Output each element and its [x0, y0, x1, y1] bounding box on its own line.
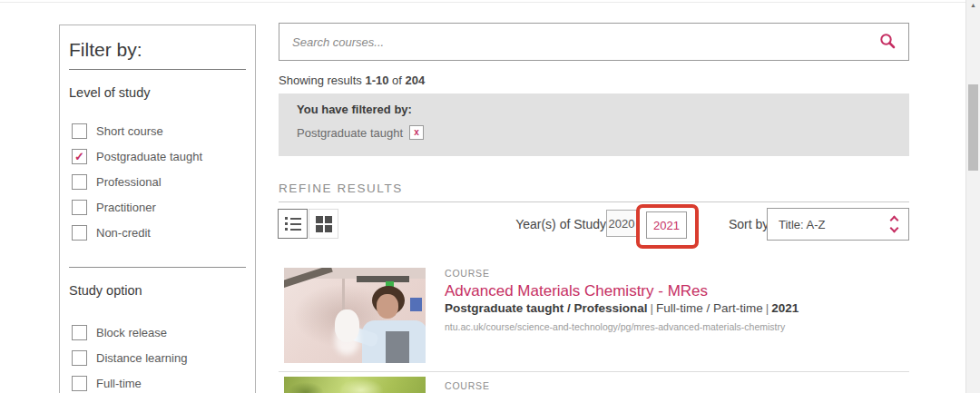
checkbox-practitioner[interactable] — [72, 200, 87, 215]
applied-filter-label: Postgraduate taught — [297, 126, 403, 140]
results-summary: Showing results 1-10 of 204 — [279, 74, 425, 87]
sort-by-value: Title: A-Z — [779, 218, 891, 231]
results-range: 1-10 — [365, 74, 388, 87]
filter-title: Filter by: — [69, 39, 246, 61]
checkbox-row-practitioner[interactable]: Practitioner — [72, 200, 255, 215]
course-card-divider — [279, 371, 909, 372]
checkbox-label: Non-credit — [96, 226, 151, 240]
course-thumbnail-green[interactable] — [284, 377, 426, 393]
course-meta-level: Postgraduate taught / Professional — [445, 301, 648, 315]
meta-separator: | — [648, 301, 657, 315]
meta-separator: | — [763, 301, 772, 315]
checkbox-label: Short course — [96, 124, 163, 138]
filter-sidebar: Filter by: Level of study Short course ✓… — [59, 25, 256, 393]
checkbox-row-full-time[interactable]: Full-time — [72, 376, 255, 391]
year-of-study-label: Year(s) of Study — [513, 217, 606, 231]
year-2021-button[interactable]: 2021 — [646, 211, 687, 239]
remove-filter-button[interactable]: x — [409, 125, 424, 140]
results-total: 204 — [406, 74, 426, 87]
filter-title-divider — [69, 69, 246, 70]
checkbox-non-credit[interactable] — [72, 225, 87, 241]
top-divider — [0, 2, 980, 3]
course-title-link[interactable]: Advanced Materials Chemistry - MRes — [445, 282, 708, 300]
results-of: of — [392, 74, 402, 87]
grid-view-icon — [316, 216, 332, 232]
course-kicker: COURSE — [445, 380, 490, 391]
list-view-button[interactable] — [278, 209, 308, 239]
checkbox-row-postgraduate-taught[interactable]: ✓ Postgraduate taught — [72, 149, 255, 164]
section-title-level-of-study: Level of study — [69, 85, 246, 100]
filtered-by-panel: You have filtered by: Postgraduate taugh… — [279, 93, 909, 156]
scrollbar-up-arrow-icon[interactable]: ▲ — [967, 1, 979, 10]
checkbox-label: Professional — [96, 175, 162, 189]
results-prefix: Showing results — [279, 74, 362, 87]
course-search-bar — [279, 23, 909, 61]
checkbox-distance-learning[interactable] — [72, 350, 87, 366]
search-input[interactable] — [279, 24, 867, 60]
checkbox-professional[interactable] — [72, 174, 87, 190]
course-meta: Postgraduate taught / Professional|Full-… — [445, 301, 799, 315]
chevron-up-down-icon — [891, 217, 897, 231]
checkbox-label: Practitioner — [96, 201, 156, 214]
checkbox-label: Block release — [96, 326, 167, 339]
section-divider — [69, 267, 246, 268]
checkbox-postgraduate-taught[interactable]: ✓ — [72, 149, 87, 164]
checkbox-row-professional[interactable]: Professional — [72, 174, 255, 190]
refine-divider — [279, 201, 909, 202]
refine-results-heading: REFINE RESULTS — [279, 182, 403, 195]
section-title-study-option: Study option — [69, 283, 246, 298]
sort-by-label: Sort by — [729, 217, 769, 231]
course-meta-year: 2021 — [771, 301, 799, 315]
checkbox-label: Postgraduate taught — [96, 150, 202, 163]
checkbox-full-time[interactable] — [72, 376, 87, 391]
check-icon: ✓ — [74, 151, 84, 162]
checkbox-block-release[interactable] — [72, 325, 87, 340]
course-kicker: COURSE — [445, 268, 490, 279]
course-url: ntu.ac.uk/course/science-and-technology/… — [445, 321, 785, 332]
sort-by-dropdown[interactable]: Title: A-Z — [767, 208, 909, 241]
checkbox-label: Distance learning — [96, 351, 187, 365]
checkbox-row-distance-learning[interactable]: Distance learning — [72, 350, 255, 366]
checkbox-row-block-release[interactable]: Block release — [72, 325, 255, 340]
checkbox-row-non-credit[interactable]: Non-credit — [72, 225, 255, 241]
course-meta-mode: Full-time / Part-time — [656, 301, 763, 315]
year-2020-button[interactable]: 2020 — [606, 210, 637, 237]
filtered-by-heading: You have filtered by: — [297, 103, 891, 116]
applied-filter-chip: Postgraduate taught x — [297, 125, 891, 140]
grid-view-button[interactable] — [309, 209, 338, 239]
checkbox-short-course[interactable] — [72, 123, 87, 139]
list-view-icon — [285, 217, 301, 231]
scrollbar-thumb[interactable] — [968, 84, 978, 171]
scrollbar-track[interactable] — [965, 0, 980, 393]
checkbox-label: Full-time — [96, 377, 142, 390]
checkbox-row-short-course[interactable]: Short course — [72, 123, 255, 139]
course-thumbnail-lab[interactable] — [284, 268, 426, 363]
search-icon — [879, 33, 896, 52]
search-button[interactable] — [867, 24, 908, 60]
